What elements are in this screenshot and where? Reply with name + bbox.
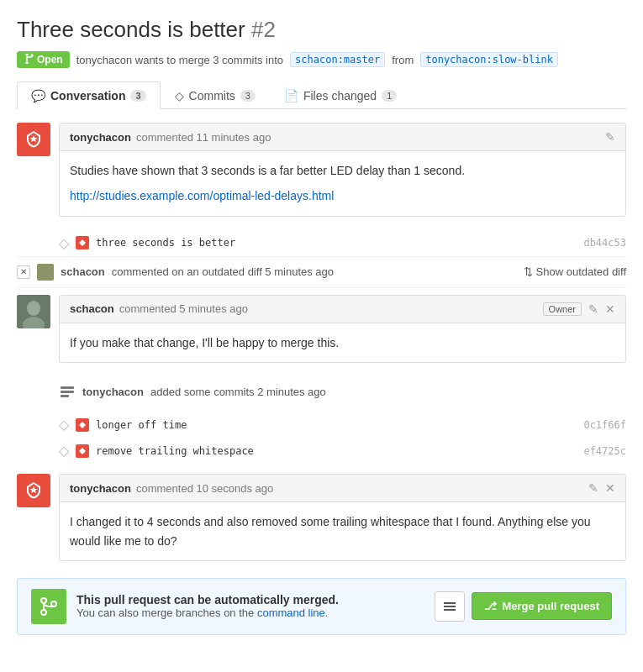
tab-conversation[interactable]: 💬 Conversation 3 (17, 81, 161, 109)
edit-icon-2[interactable]: ✎ (588, 302, 598, 316)
comment-text-1: Studies have shown that 3 seconds is a f… (70, 161, 615, 180)
comment-header-3: tonychacon commented 10 seconds ago ✎ ✕ (60, 475, 625, 502)
avatar-tonychacon-3 (17, 474, 50, 507)
merge-bar: This pull request can be automatically m… (17, 578, 626, 635)
commit-dot-2: ◇ (59, 417, 69, 433)
comment-body-1: Studies have shown that 3 seconds is a f… (60, 151, 625, 216)
pr-meta: Open tonychacon wants to merge 3 commits… (17, 51, 626, 68)
tab-commits[interactable]: ◇ Commits 3 (161, 81, 270, 109)
added-commits-time: added some commits 2 minutes ago (150, 386, 326, 398)
commit-git-icon-3 (76, 444, 89, 458)
owner-badge: Owner (543, 302, 582, 316)
svg-rect-3 (61, 386, 74, 389)
svg-point-1 (27, 301, 40, 316)
comment-box-2: schacon commented 5 minutes ago Owner ✎ … (59, 295, 626, 363)
git-branch-icon (24, 54, 34, 66)
tab-conversation-count: 3 (130, 90, 145, 102)
open-label: Open (37, 54, 63, 66)
comment-header-left-2: schacon commented 5 minutes ago (70, 302, 248, 315)
commits-event-icon (59, 383, 76, 400)
merge-btn-icon: ⎇ (484, 600, 497, 612)
speech-icon: 💬 (31, 89, 45, 102)
tab-conversation-label: Conversation (50, 89, 125, 102)
merge-icon (31, 589, 66, 624)
comment-body-3: I changed it to 4 seconds and also remov… (60, 502, 625, 560)
commit-sha-1: db44c53 (583, 237, 626, 249)
head-ref: tonychacon:slow-blink (420, 52, 558, 67)
merge-settings-icon-btn[interactable] (435, 591, 465, 622)
commit-dot-3: ◇ (59, 443, 69, 459)
comment-header-2: schacon commented 5 minutes ago Owner ✎ … (60, 296, 625, 323)
added-commit-message-1: longer off time (96, 419, 187, 431)
outdated-author: schacon (61, 265, 105, 278)
comment-3: tonychacon commented 10 seconds ago ✎ ✕ … (17, 474, 626, 561)
comment-header-left-3: tonychacon commented 10 seconds ago (70, 482, 273, 495)
tab-files-label: Files changed (303, 89, 377, 102)
svg-rect-12 (444, 609, 456, 611)
comment-1: tonychacon commented 11 minutes ago ✎ St… (17, 123, 626, 217)
comment-author-1: tonychacon (70, 131, 131, 144)
arrows-icon: ⇅ (524, 265, 533, 278)
svg-point-7 (41, 610, 46, 615)
commit-message-1: three seconds is better (96, 237, 235, 249)
commits-tab-icon: ◇ (175, 89, 184, 102)
commit-connector-icon: ◇ (59, 235, 69, 251)
from-text: from (392, 54, 414, 66)
edit-icon-3[interactable]: ✎ (588, 481, 598, 495)
outdated-diff-row: ✕ schacon commented on an outdated diff … (17, 256, 626, 288)
comment-author-2: schacon (70, 302, 114, 315)
comment-2: schacon commented 5 minutes ago Owner ✎ … (17, 295, 626, 363)
comment-box-3: tonychacon commented 10 seconds ago ✎ ✕ … (59, 474, 626, 561)
content-area: tonychacon commented 11 minutes ago ✎ St… (17, 109, 626, 635)
merge-subtitle-text: You can also merge branches on the (76, 606, 254, 619)
comment-header-right-1: ✎ (605, 130, 615, 144)
comment-link-1[interactable]: http://studies.example.com/optimal-led-d… (70, 189, 334, 202)
commit-git-icon-2 (76, 418, 89, 432)
tab-commits-label: Commits (189, 89, 235, 102)
svg-rect-10 (444, 602, 456, 604)
base-ref: schacon:master (290, 52, 385, 67)
added-commit-line-2: ◇ remove trailing whitespace ef4725c (59, 438, 626, 464)
comment-text-2: If you make that change, I'll be happy t… (70, 333, 615, 352)
pr-number: #2 (251, 17, 276, 42)
tab-files-count: 1 (382, 90, 397, 102)
close-icon-2[interactable]: ✕ (605, 302, 615, 316)
comment-header-right-2: Owner ✎ ✕ (543, 302, 615, 316)
tab-commits-count: 3 (240, 90, 256, 102)
comment-header-left-1: tonychacon commented 11 minutes ago (70, 131, 271, 144)
svg-rect-5 (61, 395, 69, 397)
tab-files-changed[interactable]: 📄 Files changed 1 (270, 81, 411, 109)
pr-title: Three seconds is better #2 (17, 17, 626, 43)
added-commits-row: tonychacon added some commits 2 minutes … (59, 376, 626, 407)
merge-subtitle: You can also merge branches on the comma… (76, 606, 424, 619)
added-commit-line-1: ◇ longer off time 0c1f66f (59, 412, 626, 438)
command-line-link[interactable]: command line (257, 606, 325, 619)
show-outdated-label: Show outdated diff (536, 265, 626, 278)
show-outdated-button[interactable]: ⇅ Show outdated diff (524, 265, 626, 278)
merge-pull-request-button[interactable]: ⎇ Merge pull request (472, 592, 612, 620)
comment-time-3: commented 10 seconds ago (136, 482, 273, 495)
comment-header-1: tonychacon commented 11 minutes ago ✎ (60, 123, 625, 151)
edit-icon-1[interactable]: ✎ (605, 130, 615, 144)
tabs: 💬 Conversation 3 ◇ Commits 3 📄 Files cha… (17, 81, 626, 109)
meta-text: tonychacon wants to merge 3 commits into (76, 54, 283, 66)
comment-author-3: tonychacon (70, 482, 131, 495)
schacon-small-avatar (37, 264, 54, 281)
comment-header-right-3: ✎ ✕ (588, 481, 615, 495)
merge-actions: ⎇ Merge pull request (435, 591, 612, 622)
svg-point-6 (41, 598, 46, 603)
avatar-tonychacon-1 (17, 123, 50, 156)
comment-time-2: commented 5 minutes ago (119, 302, 248, 315)
added-commit-message-2: remove trailing whitespace (96, 445, 254, 457)
merge-title: This pull request can be automatically m… (76, 593, 424, 606)
merge-btn-label: Merge pull request (502, 600, 599, 612)
svg-rect-11 (444, 606, 456, 607)
close-icon-3[interactable]: ✕ (605, 481, 615, 495)
pr-title-text: Three seconds is better (17, 17, 245, 42)
svg-rect-4 (61, 391, 74, 393)
added-commit-sha-1: 0c1f66f (583, 419, 626, 431)
comment-body-2: If you make that change, I'll be happy t… (60, 323, 625, 362)
commit-git-icon-1 (76, 236, 89, 249)
comment-text-3: I changed it to 4 seconds and also remov… (70, 512, 615, 550)
x-icon: ✕ (17, 265, 30, 279)
